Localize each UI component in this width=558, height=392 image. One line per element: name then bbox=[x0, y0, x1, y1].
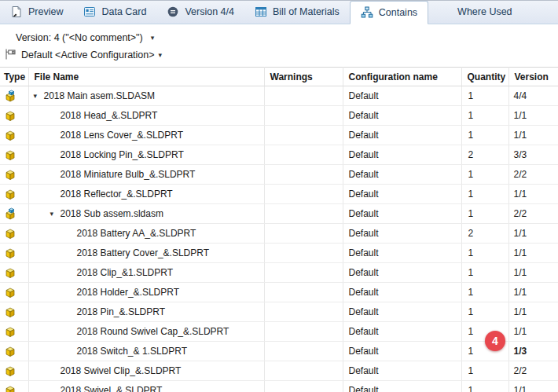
type-cell bbox=[0, 165, 28, 185]
tab-contains[interactable]: Contains bbox=[350, 1, 428, 24]
version-cell: 2/2 bbox=[508, 361, 558, 381]
warnings-cell bbox=[264, 381, 343, 392]
version-cell: 1/1 bbox=[508, 302, 558, 322]
warnings-cell bbox=[264, 244, 343, 263]
file-name: 2018 Round Swivel Cap_&.SLDPRT bbox=[29, 322, 264, 341]
quantity-cell: 1 bbox=[461, 302, 508, 322]
warnings-cell bbox=[264, 361, 343, 381]
file-name-label: 2018 Locking Pin_&.SLDPRT bbox=[61, 149, 184, 160]
configuration-label: Default <Active Configuration> bbox=[21, 49, 155, 60]
table-header-row: Type File Name Warnings Configuration na… bbox=[0, 68, 558, 86]
tab-label: Bill of Materials bbox=[273, 6, 340, 17]
file-name-cell: 2018 Lens Cover_&.SLDPRT bbox=[28, 126, 264, 145]
file-name-label: 2018 Clip_&1.SLDPRT bbox=[77, 267, 174, 278]
file-name-cell: ▾ 2018 Main asem.SLDASM bbox=[28, 86, 264, 106]
type-cell bbox=[0, 185, 28, 204]
quantity-cell: 1 bbox=[461, 381, 508, 392]
chevron-down-icon[interactable]: ▾ bbox=[159, 52, 163, 59]
table-row[interactable]: 2018 Pin_&.SLDPRT Default 1 1/1 bbox=[0, 302, 558, 322]
table-row[interactable]: 2018 Miniature Bulb_&.SLDPRT Default 1 2… bbox=[0, 165, 558, 185]
expander-icon[interactable]: ▾ bbox=[34, 92, 44, 100]
file-name-cell: 2018 Locking Pin_&.SLDPRT bbox=[28, 145, 264, 165]
file-name-cell: 2018 Round Swivel Cap_&.SLDPRT bbox=[28, 322, 264, 342]
type-cell bbox=[0, 342, 28, 361]
table-row[interactable]: 2018 Battery Cover_&.SLDPRT Default 1 1/… bbox=[0, 244, 558, 263]
part-icon bbox=[4, 109, 17, 122]
type-cell bbox=[0, 263, 28, 283]
file-name-cell: 2018 Pin_&.SLDPRT bbox=[28, 302, 264, 322]
tab-label: Contains bbox=[379, 7, 417, 18]
version-icon bbox=[167, 5, 179, 18]
config-cell: Default bbox=[343, 165, 461, 185]
table-row[interactable]: 2018 Swivel_&.SLDPRT Default 1 1/1 bbox=[0, 381, 558, 392]
type-cell bbox=[0, 106, 28, 126]
version-cell: 1/3 bbox=[508, 342, 558, 361]
file-name-cell: ▾ 2018 Sub assem.sldasm bbox=[28, 204, 264, 224]
column-header-quantity[interactable]: Quantity bbox=[461, 68, 508, 86]
config-cell: Default bbox=[343, 342, 461, 361]
tab-bill-of-materials[interactable]: Bill of Materials bbox=[244, 0, 350, 24]
version-cell: 1/1 bbox=[508, 322, 558, 342]
column-header-version[interactable]: Version bbox=[508, 68, 558, 86]
part-icon bbox=[4, 365, 17, 377]
warnings-cell bbox=[264, 165, 343, 185]
file-name: 2018 Switch_& 1.SLDPRT bbox=[29, 342, 264, 361]
column-header-file-name[interactable]: File Name bbox=[28, 68, 264, 86]
config-cell: Default bbox=[343, 145, 461, 165]
quantity-cell: 1 bbox=[461, 126, 508, 145]
tab-version[interactable]: Version 4/4 bbox=[156, 0, 244, 24]
file-name: 2018 Battery AA_&.SLDPRT bbox=[29, 224, 264, 243]
file-name-label: 2018 Swivel_&.SLDPRT bbox=[61, 385, 163, 392]
version-cell: 1/1 bbox=[508, 224, 558, 244]
file-name: 2018 Head_&.SLDPRT bbox=[29, 106, 264, 125]
part-icon bbox=[4, 247, 17, 259]
table-row[interactable]: 2018 Reflector_&.SLDPRT Default 1 1/1 bbox=[0, 185, 558, 204]
table-row[interactable]: 2018 Head_&.SLDPRT Default 1 1/1 bbox=[0, 106, 558, 126]
bom-icon bbox=[255, 5, 267, 18]
warnings-cell bbox=[264, 185, 343, 204]
table-body: ▾ 2018 Main asem.SLDASM Default 1 4/4 20… bbox=[0, 86, 558, 392]
expander-icon[interactable]: ▾ bbox=[50, 210, 61, 218]
type-cell bbox=[0, 86, 28, 106]
column-header-type[interactable]: Type bbox=[0, 68, 28, 86]
file-name-cell: 2018 Reflector_&.SLDPRT bbox=[28, 185, 264, 204]
config-cell: Default bbox=[343, 322, 461, 342]
file-name-cell: 2018 Clip_&1.SLDPRT bbox=[28, 263, 264, 283]
chevron-down-icon[interactable]: ▾ bbox=[151, 35, 155, 42]
version-cell: 4/4 bbox=[508, 86, 558, 106]
part-icon bbox=[4, 384, 17, 392]
file-name: 2018 Miniature Bulb_&.SLDPRT bbox=[29, 165, 264, 184]
table-row[interactable]: 2018 Holder_&.SLDPRT Default 1 1/1 bbox=[0, 283, 558, 302]
column-header-warnings[interactable]: Warnings bbox=[264, 68, 343, 86]
file-name-cell: 2018 Head_&.SLDPRT bbox=[28, 106, 264, 126]
table-row[interactable]: ▾ 2018 Main asem.SLDASM Default 1 4/4 bbox=[0, 86, 558, 106]
tab-preview[interactable]: Preview bbox=[0, 0, 73, 24]
table-row[interactable]: 2018 Lens Cover_&.SLDPRT Default 1 1/1 bbox=[0, 126, 558, 145]
table-row[interactable]: 2018 Switch_& 1.SLDPRT Default 1 1/3 bbox=[0, 342, 558, 361]
column-header-configuration-name[interactable]: Configuration name bbox=[343, 68, 461, 86]
tab-data-card[interactable]: Data Card bbox=[73, 0, 156, 24]
file-name-cell: 2018 Switch_& 1.SLDPRT bbox=[28, 342, 264, 361]
tab-label: Preview bbox=[28, 6, 63, 17]
table-row[interactable]: 2018 Clip_&1.SLDPRT Default 1 1/1 bbox=[0, 263, 558, 283]
file-name: 2018 Swivel_&.SLDPRT bbox=[29, 381, 264, 392]
table-row[interactable]: 2018 Round Swivel Cap_&.SLDPRT Default 1… bbox=[0, 322, 558, 342]
file-name-label: 2018 Swivel Clip_&.SLDPRT bbox=[61, 365, 182, 376]
part-icon bbox=[4, 266, 17, 279]
type-cell bbox=[0, 204, 28, 224]
file-name-cell: 2018 Battery AA_&.SLDPRT bbox=[28, 224, 264, 244]
file-name: 2018 Clip_&1.SLDPRT bbox=[29, 263, 264, 282]
table-row[interactable]: 2018 Swivel Clip_&.SLDPRT Default 1 2/2 bbox=[0, 361, 558, 381]
config-cell: Default bbox=[343, 204, 461, 224]
table-row[interactable]: 2018 Battery AA_&.SLDPRT Default 2 1/1 bbox=[0, 224, 558, 244]
quantity-cell: 1 bbox=[461, 283, 508, 302]
version-selector[interactable]: Version: 4 ("<No comment>") ▾ bbox=[16, 31, 558, 45]
table-row[interactable]: 2018 Locking Pin_&.SLDPRT Default 2 3/3 bbox=[0, 145, 558, 165]
table-row[interactable]: ▾ 2018 Sub assem.sldasm Default 1 2/2 bbox=[0, 204, 558, 224]
callout-badge: 4 bbox=[485, 331, 505, 351]
quantity-cell: 1 bbox=[461, 263, 508, 283]
tab-where-used[interactable]: Where Used bbox=[447, 0, 522, 24]
file-name-label: 2018 Battery AA_&.SLDPRT bbox=[77, 228, 196, 239]
file-name: 2018 Locking Pin_&.SLDPRT bbox=[29, 145, 264, 164]
configuration-selector[interactable]: Default <Active Configuration> ▾ bbox=[5, 47, 558, 63]
